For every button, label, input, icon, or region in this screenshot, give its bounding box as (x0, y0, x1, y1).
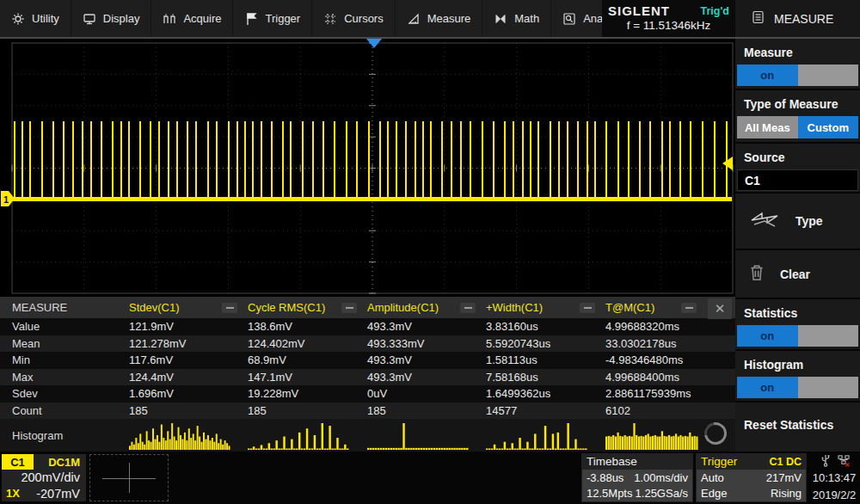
histogram-toggle[interactable]: on (737, 377, 858, 398)
waveform-display[interactable]: 1 (0, 39, 735, 297)
section-clear: Clear (735, 250, 860, 299)
menu-item-utility[interactable]: Utility (0, 0, 71, 37)
measurement-value: 68.9mV (248, 353, 367, 366)
statistics-label: Statistics (735, 299, 860, 325)
measurement-value: 14577 (486, 404, 605, 417)
measure-toggle[interactable]: on (737, 65, 858, 86)
clock-area: ✕ 10:13:47 2019/2/2 (809, 452, 859, 503)
trigger-slope: Rising (766, 487, 802, 500)
usb-icon (820, 454, 832, 467)
row-label: Max (0, 371, 129, 384)
table-row-count: Count185185185145776102 (0, 403, 735, 420)
histogram-toggle-on[interactable]: on (737, 377, 798, 398)
close-table-button[interactable]: ✕ (708, 298, 732, 319)
menu-item-measure[interactable]: Measure (396, 0, 483, 37)
add-channel-box[interactable] (89, 454, 169, 501)
analysis-icon (562, 12, 576, 26)
row-label: Sdev (0, 387, 129, 400)
measurement-value: 493.333mV (367, 337, 486, 350)
trigger-source: C1 DC (769, 456, 802, 468)
measurement-column-header[interactable]: Stdev(C1) (129, 301, 248, 314)
measure-type-segment: All Meas Custom (737, 116, 858, 138)
table-row-max: Max124.4mV147.1mV493.3mV7.58168us4.99688… (0, 369, 735, 386)
mini-histogram-stdev (129, 422, 230, 450)
measurement-value: 4.99688400ms (605, 371, 707, 384)
statistics-toggle-off[interactable] (798, 325, 859, 347)
panel-title: MEASURE (774, 12, 833, 26)
remove-measurement-button[interactable] (681, 303, 697, 313)
histogram-row-label: Histogram (0, 429, 129, 442)
measurement-column-header[interactable]: T@M(C1) (605, 301, 707, 314)
menu-item-label: Trigger (265, 12, 300, 25)
custom-button[interactable]: Custom (798, 116, 859, 138)
trigger-descriptor[interactable]: Trigger C1 DC Auto 217mV Edge Rising (696, 453, 807, 502)
measurement-value: 1.696mV (129, 387, 248, 400)
measurement-column-header[interactable]: Cycle RMS(C1) (248, 301, 367, 314)
section-type: Type (735, 194, 860, 250)
all-meas-button[interactable]: All Meas (737, 116, 798, 138)
trigger-state-badge: Trig'd (700, 6, 729, 18)
measurement-name: Cycle RMS(C1) (248, 301, 325, 314)
source-select[interactable]: C1 (737, 169, 858, 191)
measurement-value: 121.9mV (129, 320, 248, 333)
menu-item-label: Measure (427, 12, 471, 25)
menu-item-display[interactable]: Display (71, 0, 152, 37)
section-type-of-measure: Type of Measure All Meas Custom (735, 90, 860, 144)
source-label: Source (735, 144, 860, 169)
clear-button[interactable]: Clear (735, 250, 860, 298)
measurement-name: T@M(C1) (605, 301, 654, 314)
menu-item-cursors[interactable]: Cursors (312, 0, 396, 37)
menu-item-trigger[interactable]: Trigger (233, 0, 312, 37)
flag-icon (244, 12, 258, 26)
channel-probe: 1X (6, 486, 20, 501)
channel-offset: -207mV (36, 486, 80, 501)
measurement-value: 185 (248, 404, 367, 417)
measurement-value: 117.6mV (129, 353, 248, 366)
remove-measurement-button[interactable] (580, 303, 595, 313)
measure-toggle-on[interactable]: on (737, 65, 798, 86)
acquire-icon (163, 12, 176, 26)
section-source: Source C1 (735, 144, 860, 194)
trigger-level: 217mV (766, 471, 802, 484)
remove-measurement-button[interactable] (341, 303, 357, 313)
reset-statistics-button[interactable]: Reset Statistics (735, 403, 860, 437)
type-button[interactable]: Type (735, 194, 860, 249)
svg-text:✕: ✕ (844, 461, 849, 468)
table-row-mean: Mean121.278mV124.402mV493.333mV5.5920743… (0, 335, 735, 353)
menu-item-math[interactable]: Math (482, 0, 551, 37)
bottom-bar: C1 DC1M 200mV/div 1X -207mV Timebase -3.… (0, 452, 860, 504)
remove-measurement-button[interactable] (222, 303, 237, 313)
channel-badge[interactable]: C1 (2, 454, 34, 470)
clear-button-label: Clear (780, 267, 810, 281)
measurement-value: 493.3mV (367, 353, 486, 366)
channel-1-marker-label: 1 (3, 194, 9, 205)
math-icon (494, 12, 507, 26)
measurement-column-header[interactable]: +Width(C1) (486, 301, 605, 314)
display-icon (83, 12, 96, 26)
timebase-descriptor[interactable]: Timebase -3.88us 1.00ms/div 12.5Mpts 1.2… (581, 453, 693, 502)
timebase-label: Timebase (587, 455, 637, 468)
measure-toggle-off[interactable] (798, 65, 859, 86)
remove-measurement-button[interactable] (460, 303, 476, 313)
menu-item-acquire[interactable]: Acquire (151, 0, 233, 37)
channel-descriptor[interactable]: C1 DC1M 200mV/div 1X -207mV (2, 454, 86, 501)
measurement-value: 185 (129, 404, 248, 417)
channel-scale: 200mV/div (2, 470, 86, 486)
section-measure: Measure on (735, 39, 860, 90)
status-box: SIGLENT Trig'd f = 11.51346kHz (602, 0, 735, 37)
oscilloscope-screen: UtilityDisplayAcquireTriggerCursorsMeasu… (0, 0, 860, 504)
menu-item-label: Acquire (183, 12, 221, 25)
measurement-value: 0uV (367, 387, 486, 400)
measurement-name: Stdev(C1) (129, 301, 180, 314)
menu-item-label: Display (103, 12, 140, 25)
measurement-column-header[interactable]: Amplitude(C1) (367, 301, 486, 314)
row-label: Value (0, 320, 129, 333)
measurement-value: 185 (367, 404, 486, 417)
channel-coupling: DC1M (48, 456, 86, 469)
histogram-toggle-off[interactable] (798, 377, 859, 398)
type-button-label: Type (796, 214, 823, 228)
statistics-toggle[interactable]: on (737, 325, 858, 347)
table-row-sdev: Sdev1.696mV19.228mV0uV1.6499362us2.88611… (0, 385, 735, 403)
statistics-toggle-on[interactable]: on (737, 325, 798, 347)
menu-item-label: Utility (32, 12, 59, 25)
